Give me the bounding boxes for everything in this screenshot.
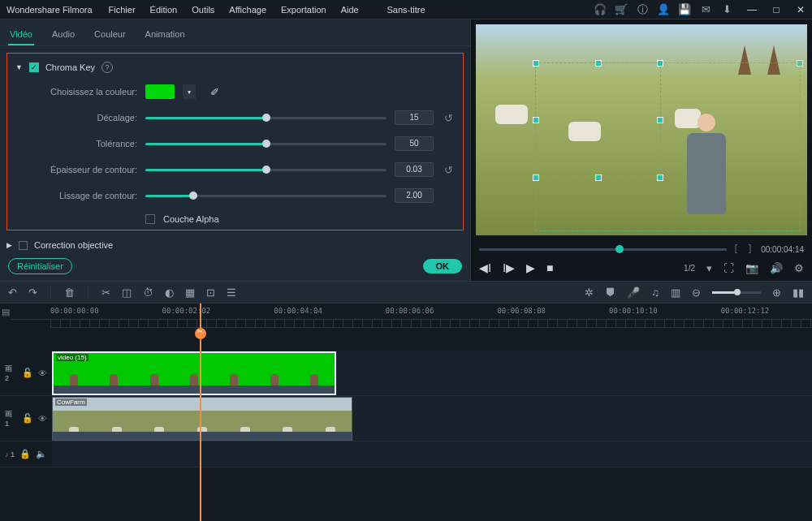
preview-panel: [ ] 00:00:04:14 ◀Ⅰ Ⅰ▶ ▶ ■ 1/2 ▾ ⛶ 📷 🔊 ⚙ <box>471 19 812 281</box>
smooth-value[interactable]: 2.00 <box>395 188 434 203</box>
window-close[interactable]: ✕ <box>796 5 806 15</box>
menu-help[interactable]: Aide <box>341 5 359 15</box>
eye-icon[interactable]: 👁 <box>38 368 47 378</box>
tab-video[interactable]: Vidéo <box>8 24 34 45</box>
window-minimize[interactable]: — <box>747 5 757 15</box>
correction-expand-icon[interactable]: ▶ <box>6 241 12 249</box>
offset-value[interactable]: 15 <box>395 110 434 125</box>
menu-bar: Fichier Édition Outils Affichage Exporta… <box>109 5 594 15</box>
correction-label: Correction objective <box>34 240 113 250</box>
window-maximize[interactable]: □ <box>771 5 781 15</box>
track-manager-icon[interactable]: ▤ <box>2 307 10 316</box>
smooth-slider[interactable] <box>145 195 387 197</box>
video-clip-top[interactable]: video (15) <box>52 351 336 395</box>
redo-icon[interactable]: ↷ <box>28 286 37 299</box>
thickness-value[interactable]: 0.03 <box>395 162 434 177</box>
mark-in[interactable]: [ <box>733 243 741 255</box>
info-icon[interactable]: ⓘ <box>637 4 648 15</box>
crop-icon[interactable]: ◫ <box>122 286 132 299</box>
delete-icon[interactable]: 🗑 <box>64 286 75 299</box>
current-time: 00:00:04:14 <box>761 245 804 254</box>
thickness-slider[interactable] <box>145 169 387 171</box>
menu-edit[interactable]: Édition <box>150 5 178 15</box>
record-vo-icon[interactable]: ⊡ <box>206 286 215 299</box>
color-label: Choisissez la couleur: <box>15 87 137 97</box>
outer-bounds <box>535 62 800 231</box>
menu-file[interactable]: Fichier <box>109 5 136 15</box>
headset-icon[interactable]: 🎧 <box>594 4 606 15</box>
split-icon[interactable]: ✂ <box>102 286 110 299</box>
speed-icon[interactable]: ⏱ <box>143 286 153 299</box>
eye-icon[interactable]: 👁 <box>38 414 47 424</box>
titlebar-right: 🎧 🛒 ⓘ 👤 💾 ✉ ⬇ — □ ✕ <box>594 4 806 15</box>
app-name: Wondershare Filmora <box>6 5 93 15</box>
snapshot-icon[interactable]: 📷 <box>745 262 758 274</box>
tab-audio[interactable]: Audio <box>50 24 76 45</box>
correction-row: ▶ Correction objective <box>0 237 470 253</box>
prev-frame-button[interactable]: ◀Ⅰ <box>479 261 491 274</box>
ok-button[interactable]: OK <box>423 259 463 273</box>
scrub-track[interactable] <box>479 248 727 251</box>
lock-icon[interactable]: 🔒 <box>19 449 31 459</box>
grid-icon[interactable]: ▥ <box>671 286 680 299</box>
chroma-enable-checkbox[interactable]: ✓ <box>29 62 39 72</box>
tolerance-value[interactable]: 50 <box>395 136 434 151</box>
zoom-fit-icon[interactable]: ▮▮ <box>793 286 804 299</box>
clip-label: CowFarm <box>55 398 87 406</box>
user-icon[interactable]: 👤 <box>658 4 669 15</box>
alpha-label: Couche Alpha <box>163 214 219 224</box>
undo-icon[interactable]: ↶ <box>8 286 17 299</box>
timeline-toolbar: ↶ ↷ 🗑 ✂ ◫ ⏱ ◐ ▦ ⊡ ☰ ✲ ⛊ 🎤 ♫ ▥ ⊖ ⊕ ▮▮ <box>0 281 812 304</box>
download-icon[interactable]: ⬇ <box>721 4 732 15</box>
tolerance-label: Tolérance: <box>15 139 137 149</box>
video-clip-bottom[interactable]: CowFarm <box>52 397 352 441</box>
music-icon[interactable]: ♫ <box>651 286 659 299</box>
properties-panel: Vidéo Audio Couleur Animation ▼ ✓ Chroma… <box>0 19 471 281</box>
color-icon[interactable]: ◐ <box>165 286 174 299</box>
save-icon[interactable]: 💾 <box>679 4 690 15</box>
color-swatch[interactable] <box>145 84 175 99</box>
thickness-reset-icon[interactable]: ↺ <box>442 163 455 176</box>
menu-tools[interactable]: Outils <box>192 5 214 15</box>
reset-button[interactable]: Réinitialiser <box>8 258 72 274</box>
cart-icon[interactable]: 🛒 <box>615 4 627 15</box>
menu-view[interactable]: Affichage <box>229 5 266 15</box>
lock-icon[interactable]: 🔓 <box>22 413 33 424</box>
tab-color[interactable]: Couleur <box>93 24 127 45</box>
mail-icon[interactable]: ✉ <box>700 4 711 15</box>
zoom-slider[interactable] <box>712 291 761 294</box>
offset-slider[interactable] <box>145 117 387 119</box>
tolerance-slider[interactable] <box>145 143 387 145</box>
track-label: ♪ 1 <box>5 450 15 459</box>
menu-export[interactable]: Exportation <box>281 5 326 15</box>
fullscreen-icon[interactable]: ⛶ <box>723 262 734 274</box>
greenscreen-icon[interactable]: ▦ <box>185 286 195 299</box>
voice-icon[interactable]: 🎤 <box>627 286 640 299</box>
tab-animation[interactable]: Animation <box>144 24 187 45</box>
alpha-checkbox[interactable] <box>145 214 155 224</box>
step-back-button[interactable]: Ⅰ▶ <box>503 261 515 274</box>
speaker-icon[interactable]: 🔈 <box>36 449 47 459</box>
marker-icon[interactable]: ⛊ <box>605 286 615 299</box>
offset-reset-icon[interactable]: ↺ <box>442 111 455 124</box>
mark-out[interactable]: ] <box>747 243 754 255</box>
zoom-out-icon[interactable]: ⊖ <box>692 286 701 299</box>
preview-canvas[interactable] <box>476 24 807 235</box>
help-icon[interactable]: ? <box>102 62 113 73</box>
time-ruler[interactable]: 00:00:00:00 00:00:02:02 00:00:04:04 00:0… <box>11 304 812 320</box>
adjust-icon[interactable]: ☰ <box>227 286 236 299</box>
eyedropper-icon[interactable]: ✐ <box>210 86 219 98</box>
mixer-icon[interactable]: ✲ <box>585 286 594 299</box>
track-label: 画 2 <box>5 364 17 382</box>
collapse-icon[interactable]: ▼ <box>15 63 23 71</box>
page-dropdown-icon[interactable]: ▾ <box>706 262 712 274</box>
stop-button[interactable]: ■ <box>546 261 553 274</box>
volume-icon[interactable]: 🔊 <box>770 262 783 274</box>
zoom-in-icon[interactable]: ⊕ <box>772 286 781 299</box>
color-dropdown[interactable]: ▾ <box>183 84 196 99</box>
lock-icon[interactable]: 🔓 <box>22 368 33 378</box>
playhead[interactable] <box>200 304 201 521</box>
play-button[interactable]: ▶ <box>526 261 535 274</box>
correction-checkbox[interactable] <box>19 241 28 250</box>
settings-gear-icon[interactable]: ⚙ <box>794 262 804 274</box>
